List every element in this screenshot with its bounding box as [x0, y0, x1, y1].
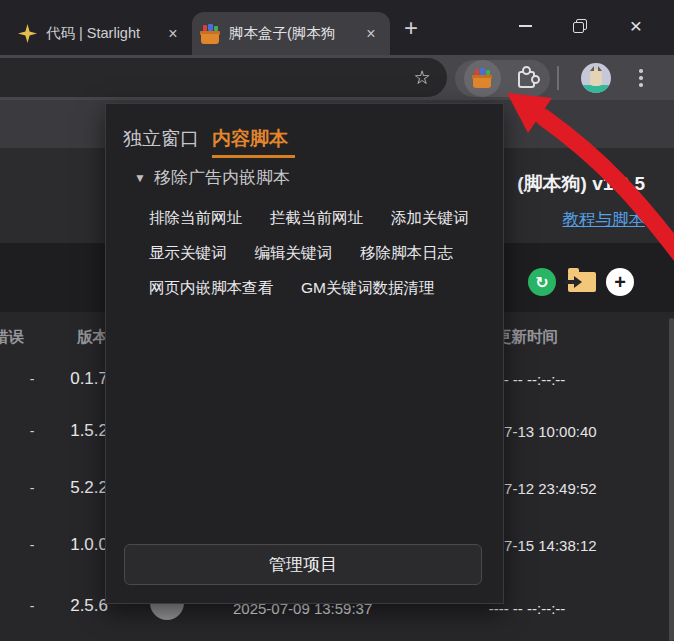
- extension-popup: 独立窗口 内容脚本 ▼ 移除广告内嵌脚本 排除当前网址 拦截当前网址 添加关键词…: [105, 103, 504, 604]
- popup-action-row: 显示关键词 编辑关键词 移除脚本日志: [149, 243, 453, 264]
- scrollbar[interactable]: [669, 318, 674, 641]
- toolbox-icon: [200, 24, 220, 44]
- cell-error: -: [25, 371, 39, 387]
- tab-bar: 代码 | Starlight × 脚本盒子(脚本狗 × + ×: [0, 0, 674, 55]
- tab-title: 代码 | Starlight: [46, 24, 153, 43]
- action-edit-keywords[interactable]: 编辑关键词: [255, 243, 333, 264]
- tab-script-box[interactable]: 脚本盒子(脚本狗 ×: [192, 12, 390, 55]
- popup-section-title: 移除广告内嵌脚本: [154, 166, 290, 189]
- popup-section-header[interactable]: ▼ 移除广告内嵌脚本: [134, 166, 290, 189]
- cell-error: -: [25, 480, 39, 496]
- window-minimize-button[interactable]: [505, 8, 545, 44]
- browser-menu-button[interactable]: [631, 64, 651, 92]
- action-show-keywords[interactable]: 显示关键词: [149, 243, 227, 264]
- action-view-embedded-scripts[interactable]: 网页内嵌脚本查看: [149, 278, 273, 299]
- column-header-version: 版本: [38, 327, 108, 348]
- column-header-error: 错误: [0, 327, 24, 348]
- tutorial-link[interactable]: 教程与脚本: [563, 209, 646, 231]
- cell-error: -: [25, 598, 39, 614]
- extensions-puzzle-icon[interactable]: [518, 71, 535, 88]
- popup-action-row: 排除当前网址 拦截当前网址 添加关键词: [149, 208, 469, 229]
- refresh-icon[interactable]: ↻: [528, 268, 556, 296]
- popup-tab-standalone[interactable]: 独立窗口: [123, 126, 199, 152]
- active-tab-underline: [212, 155, 295, 158]
- action-remove-script-log[interactable]: 移除脚本日志: [360, 243, 453, 264]
- window-close-button[interactable]: ×: [616, 8, 656, 44]
- cell-error: -: [25, 423, 39, 439]
- folder-import-icon[interactable]: [568, 272, 596, 292]
- four-point-star-icon: [18, 24, 37, 43]
- browser-window: 代码 | Starlight × 脚本盒子(脚本狗 × + × ☆ (脚本狗) …: [0, 0, 674, 641]
- close-tab-icon[interactable]: ×: [360, 23, 382, 45]
- bookmark-star-icon[interactable]: ☆: [408, 63, 436, 91]
- action-gm-data-cleanup[interactable]: GM关键词数据清理: [301, 278, 434, 299]
- cell-version: 0.1.7: [38, 369, 108, 389]
- toolbar-divider: [557, 66, 559, 90]
- action-exclude-url[interactable]: 排除当前网址: [149, 208, 242, 229]
- minimize-icon: [519, 25, 532, 27]
- script-box-extension-icon[interactable]: [472, 68, 492, 88]
- action-block-url[interactable]: 拦截当前网址: [270, 208, 363, 229]
- cell-version: 2.5.6: [38, 596, 108, 616]
- cell-version: 1.5.2: [38, 421, 108, 441]
- window-restore-button[interactable]: [560, 8, 600, 44]
- cell-version: 1.0.0: [38, 535, 108, 555]
- profile-avatar[interactable]: [581, 63, 611, 93]
- cell-version: 5.2.2: [38, 478, 108, 498]
- cell-error: -: [25, 537, 39, 553]
- action-add-keyword[interactable]: 添加关键词: [391, 208, 469, 229]
- close-tab-icon[interactable]: ×: [162, 23, 184, 45]
- popup-tab-content-scripts[interactable]: 内容脚本: [212, 126, 288, 152]
- manage-projects-button[interactable]: 管理项目: [124, 544, 482, 585]
- restore-icon: [573, 19, 587, 33]
- new-tab-button[interactable]: +: [396, 13, 426, 43]
- triangle-down-icon: ▼: [134, 171, 146, 185]
- popup-action-row: 网页内嵌脚本查看 GM关键词数据清理: [149, 278, 434, 299]
- tab-title: 脚本盒子(脚本狗: [229, 24, 351, 43]
- cat-avatar-icon: [590, 69, 602, 86]
- tab-starlight[interactable]: 代码 | Starlight ×: [10, 12, 192, 55]
- page-title: (脚本狗) v1.0.5: [517, 171, 645, 197]
- address-bar[interactable]: [0, 58, 447, 97]
- plus-circle-icon[interactable]: +: [606, 268, 634, 296]
